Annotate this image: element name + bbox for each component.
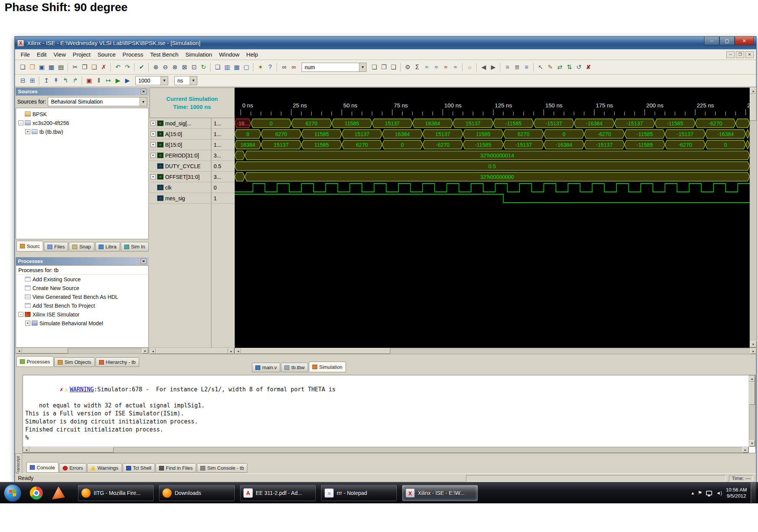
processes-tab-sim-objects[interactable]: Sim Objects	[54, 357, 95, 367]
console-horizontal-scrollbar[interactable]: ◂ ▸	[23, 447, 749, 453]
scroll-right-icon[interactable]: ▸	[228, 348, 234, 354]
search-combo-arrow-icon[interactable]: ▼	[359, 63, 366, 71]
mdi-close-button[interactable]: ✕	[745, 51, 754, 58]
scroll-down-icon[interactable]: ▾	[750, 341, 756, 347]
processes-tab-hierarchy-tb[interactable]: Hierarchy - tb	[96, 357, 139, 367]
console-tab-console[interactable]: Console	[26, 462, 58, 473]
menu-help[interactable]: Help	[243, 50, 261, 59]
taskbar-button-xilinx-ise-e-w[interactable]: XXilinx - ISE - E:\W...	[402, 485, 478, 501]
detail-view-icon[interactable]: ≣	[512, 62, 522, 72]
signal-name-offset-31-0[interactable]: +≈OFFSET[31:0]	[149, 172, 211, 182]
menu-source[interactable]: Source	[94, 50, 119, 59]
view-source-icon[interactable]: ❐	[379, 62, 389, 72]
console-vertical-scrollbar[interactable]: ▴ ▾	[749, 375, 755, 447]
scroll-right-icon[interactable]: ▸	[142, 348, 148, 354]
hierarchy-back-icon[interactable]: ↰	[61, 76, 70, 85]
list-view-icon[interactable]: ≡	[503, 62, 512, 72]
save-all-icon[interactable]: ▦	[47, 62, 56, 72]
scroll-right-icon[interactable]: ▸	[742, 447, 748, 453]
sources-for-arrow-icon[interactable]: ▼	[140, 97, 147, 106]
zoom-out-icon[interactable]: ⊖	[161, 62, 170, 72]
hierarchy-next-icon[interactable]: ↱	[70, 76, 80, 85]
scrollbar-track[interactable]	[390, 348, 750, 354]
taskbar-button-downloads[interactable]: Downloads	[159, 485, 235, 501]
mdi-restore-button[interactable]: ❐	[736, 51, 744, 58]
scroll-left-icon[interactable]: ◂	[23, 447, 29, 453]
undo-icon[interactable]: ↶	[113, 62, 123, 72]
chrome-icon[interactable]	[30, 487, 43, 500]
cascade-windows-icon[interactable]: ❏	[213, 62, 222, 72]
simulate-post-route-icon[interactable]: ≈	[441, 62, 451, 72]
print-icon[interactable]: ▤	[56, 62, 66, 72]
sources-tab-sourc[interactable]: Sourc	[16, 241, 43, 251]
restart-simulation-icon[interactable]: ▣	[84, 76, 94, 85]
tile-vertically-icon[interactable]: ▦	[232, 62, 242, 72]
wave-scrollbar[interactable]: ◂ ▸	[235, 348, 757, 354]
menu-edit[interactable]: Edit	[33, 50, 50, 59]
toggle-mark-icon[interactable]: ✔	[137, 62, 146, 72]
close-button[interactable]: ✕	[735, 37, 754, 45]
delete-icon[interactable]: ✗	[99, 62, 109, 72]
open-project-icon[interactable]: ❒	[28, 62, 37, 72]
sim-unit-combo[interactable]: ns ▼	[174, 76, 197, 85]
search-combo[interactable]: num ▼	[302, 63, 367, 72]
taskbar-button-iitg-mozilla-fire[interactable]: IITG - Mozilla Fire...	[78, 485, 154, 501]
pointer-icon[interactable]: ↖	[536, 62, 545, 72]
signal-name-mod-sig[interactable]: +≈mod_sig[...	[149, 118, 211, 129]
processes-panel-close-button[interactable]: ✕	[141, 258, 146, 264]
signal-name-duty-cycle[interactable]: ∩DUTY_CYCLE	[149, 161, 211, 172]
waveform-vertical-scrollbar[interactable]: ▴ ▾	[750, 88, 757, 348]
signal-name-b-15-0[interactable]: +≈B[15:0]	[149, 139, 211, 150]
step-simulation-icon[interactable]: ↦	[104, 76, 113, 85]
scrollbar-thumb[interactable]	[750, 94, 756, 121]
settings-gear-icon[interactable]: ⚙	[403, 62, 412, 72]
sources-tab-sim-in[interactable]: Sim In	[121, 242, 149, 251]
copy-icon[interactable]: ❐	[80, 62, 89, 72]
menu-file[interactable]: File	[17, 50, 33, 59]
refresh-icon[interactable]: ↻	[199, 62, 208, 72]
expander-icon[interactable]: +	[151, 142, 156, 147]
source-item-xc3s200-4ft256[interactable]: -xc3s200-4ft256	[16, 118, 148, 127]
run-for-time-icon[interactable]: ▶	[123, 76, 132, 85]
find-in-files-icon[interactable]: ∞	[289, 62, 299, 72]
swap-horizontal-icon[interactable]: ⇄	[555, 62, 565, 72]
signal-name-period-31-0[interactable]: +≈PERIOD[31:0]	[149, 150, 211, 161]
network-icon[interactable]	[706, 491, 712, 495]
sources-panel-close-button[interactable]: ✕	[141, 89, 146, 94]
console-tab-errors[interactable]: Errors	[59, 463, 86, 473]
processes-tab-processes[interactable]: Processes	[16, 356, 54, 367]
float-window-icon[interactable]: ⊟	[18, 76, 28, 85]
scroll-up-icon[interactable]: ▴	[750, 88, 756, 94]
sources-for-combo[interactable]: Behavioral Simulation ▼	[48, 97, 147, 106]
scroll-down-icon[interactable]: ▾	[749, 440, 755, 446]
expander-icon[interactable]: +	[151, 121, 156, 126]
process-item-add-test-bench-to-project[interactable]: Add Test Bench To Project	[16, 301, 148, 310]
names-scrollbar[interactable]: ◂ ▸	[149, 348, 235, 354]
speaker-icon[interactable]: ◄)	[716, 490, 722, 496]
sources-tab-libra[interactable]: Libra	[95, 242, 120, 251]
new-document-icon[interactable]: ❏	[18, 62, 28, 72]
edit-pen-icon[interactable]: ✎	[545, 62, 555, 72]
menu-window[interactable]: Window	[216, 50, 243, 59]
simulate-behavioral-icon[interactable]: ≈	[432, 62, 441, 72]
signal-name-a-15-0[interactable]: +≈A[15:0]	[149, 129, 211, 139]
console-tab-tcl-shell[interactable]: Tcl Shell	[123, 463, 155, 473]
scrollbar-thumb[interactable]	[22, 348, 68, 354]
sim-time-arrow-icon[interactable]: ▼	[161, 76, 168, 85]
rotate-icon[interactable]: ↺	[574, 62, 584, 72]
start-button[interactable]	[4, 484, 21, 502]
simulate-testbench-icon[interactable]: ≈	[422, 62, 432, 72]
zoom-area-icon[interactable]: ⊡	[189, 62, 199, 72]
scrollbar-track[interactable]	[749, 405, 755, 440]
process-item-xilinx-ise-simulator[interactable]: -Xilinx ISE Simulator	[16, 310, 148, 319]
sources-tab-snap[interactable]: Snap	[69, 242, 94, 251]
sim-unit-arrow-icon[interactable]: ▼	[190, 76, 197, 85]
new-source-icon[interactable]: ❏	[370, 62, 379, 72]
matlab-icon[interactable]	[52, 487, 65, 500]
zoom-full-view-icon[interactable]: ⊗	[170, 62, 180, 72]
swap-vertical-icon[interactable]: ⇅	[565, 62, 574, 72]
menu-project[interactable]: Project	[69, 50, 94, 59]
process-item-add-existing-source[interactable]: Add Existing Source	[16, 275, 148, 284]
expander-icon[interactable]: -	[18, 120, 23, 125]
action-center-flag-icon[interactable]: ⚑	[698, 490, 703, 496]
